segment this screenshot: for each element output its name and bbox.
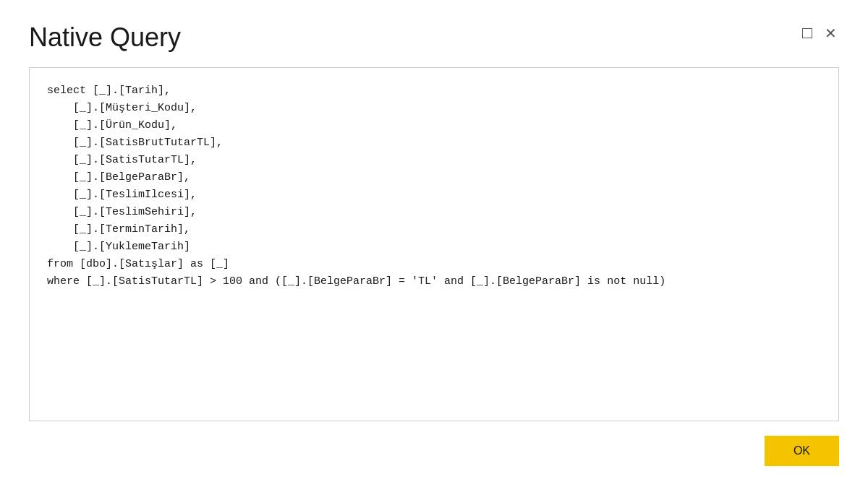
close-icon: ✕ bbox=[825, 26, 837, 40]
close-button[interactable]: ✕ bbox=[822, 25, 839, 42]
native-query-dialog: Native Query ✕ select [_].[Tarih], [_].[… bbox=[0, 0, 868, 495]
dialog-footer: OK bbox=[29, 436, 839, 473]
title-bar: Native Query ✕ bbox=[29, 22, 839, 53]
query-container: select [_].[Tarih], [_].[Müşteri_Kodu], … bbox=[29, 67, 839, 421]
maximize-icon bbox=[802, 28, 812, 38]
ok-button[interactable]: OK bbox=[765, 436, 839, 466]
query-text: select [_].[Tarih], [_].[Müşteri_Kodu], … bbox=[47, 82, 821, 290]
dialog-title: Native Query bbox=[29, 22, 181, 53]
window-controls: ✕ bbox=[799, 25, 839, 42]
maximize-button[interactable] bbox=[799, 25, 816, 42]
